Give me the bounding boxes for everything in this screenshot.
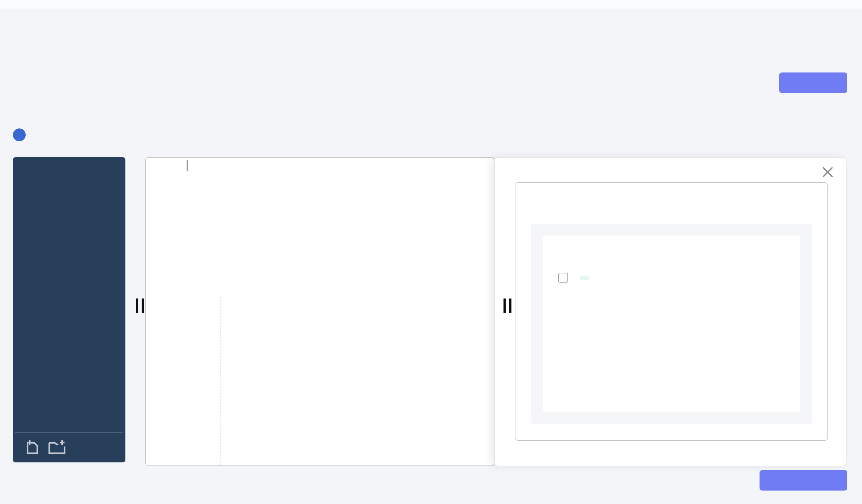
new-file-icon[interactable] — [26, 439, 40, 454]
recommended-badge — [580, 276, 589, 280]
edit-release-page — [0, 0, 862, 504]
config-preview-inner — [515, 182, 828, 441]
file-tree-sidebar — [13, 157, 126, 462]
sidebar-footer-icons — [13, 433, 126, 462]
preview-resize-handle[interactable] — [504, 299, 511, 313]
config-preview-panel — [495, 157, 846, 466]
sidebar-footer — [13, 432, 126, 462]
question-icon[interactable] — [13, 129, 26, 141]
git-help-row — [13, 129, 30, 141]
save-release-button[interactable] — [759, 470, 847, 491]
config-tab-bar — [531, 191, 812, 209]
new-folder-icon[interactable] — [48, 439, 66, 454]
resize-bar — [509, 299, 511, 313]
resize-bar — [142, 299, 144, 313]
file-list-divider — [15, 163, 123, 163]
text-cursor — [186, 160, 188, 171]
config-card — [543, 236, 800, 412]
yaml-code-editor[interactable] — [145, 157, 494, 466]
top-band — [0, 0, 862, 9]
resize-bar — [136, 299, 138, 313]
resize-bar — [504, 299, 506, 313]
close-icon[interactable] — [821, 165, 835, 179]
code-lines — [146, 158, 494, 159]
config-item-row — [558, 273, 589, 282]
indent-guide — [220, 297, 221, 465]
promote-button[interactable] — [779, 72, 847, 93]
breadcrumb — [14, 15, 20, 27]
customize-text-inputs-checkbox[interactable] — [558, 273, 568, 282]
config-render-area — [531, 224, 812, 424]
sidebar-resize-handle[interactable] — [136, 299, 144, 313]
